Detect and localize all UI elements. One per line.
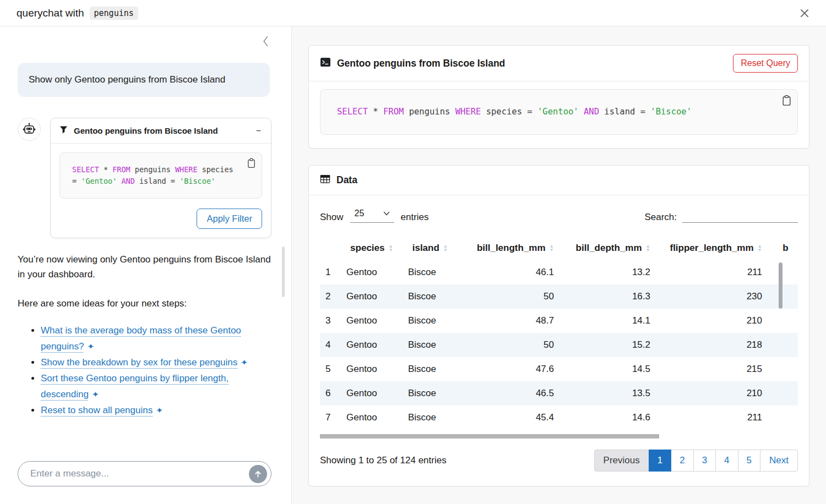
sql-query: SELECT * FROM penguins WHERE species = '… (337, 107, 692, 117)
data-card-header: Data (309, 166, 809, 195)
pagination-page-3[interactable]: 3 (693, 450, 716, 472)
query-title: Gentoo penguins from Biscoe Island (337, 58, 505, 69)
cell-flipper_length_mm: 211 (656, 406, 774, 430)
cell-bill_depth_mm: 13.2 (559, 260, 656, 284)
copy-icon[interactable] (247, 158, 256, 168)
pagination-page-1[interactable]: 1 (649, 450, 671, 472)
cell-b (774, 406, 798, 430)
sidebar-scrollbar[interactable] (282, 246, 285, 297)
table-row: 7GentooBiscoe45.414.6211 (320, 406, 798, 430)
suggestion-link[interactable]: Show the breakdown by sex for these peng… (41, 357, 237, 368)
cell-bill_depth_mm: 14.5 (559, 357, 656, 381)
filter-card: Gentoo penguins from Biscoe Island − (50, 118, 271, 238)
cell-island: Biscoe (403, 309, 458, 333)
filter-card-header: Gentoo penguins from Biscoe Island − (51, 118, 271, 144)
sql-token: * (99, 165, 112, 174)
pagination-page-4[interactable]: 4 (715, 450, 738, 472)
pagination-page-5[interactable]: 5 (738, 450, 760, 472)
chat-input-bar (18, 461, 271, 486)
close-icon[interactable] (796, 5, 813, 21)
suggestion-item: What is the average body mass of these G… (41, 323, 271, 355)
cell-bill_length_mm: 50 (458, 333, 559, 357)
cell-flipper_length_mm: 215 (656, 357, 774, 381)
cell-flipper_length_mm: 218 (656, 333, 774, 357)
title-text: querychat with (17, 7, 84, 19)
table-body: 1GentooBiscoe46.113.22112GentooBiscoe501… (320, 260, 798, 430)
column-header-bill_depth_mm[interactable]: bill_depth_mm▲▼ (559, 236, 656, 260)
reset-query-button[interactable]: Reset Query (733, 54, 798, 73)
sql-snippet: SELECT * FROM penguins WHERE species = '… (72, 165, 238, 185)
row-number-header (320, 236, 341, 260)
cell-bill_depth_mm: 14.1 (559, 309, 656, 333)
column-header-species[interactable]: species▲▼ (341, 236, 403, 260)
suggestion-link[interactable]: Sort these Gentoo penguins by flipper le… (41, 373, 229, 399)
cell-bill_length_mm: 46.1 (458, 260, 559, 284)
sql-code-block: SELECT * FROM penguins WHERE species = '… (59, 152, 262, 199)
cell-bill_length_mm: 45.4 (458, 406, 559, 430)
collapse-sidebar-icon[interactable] (261, 34, 270, 48)
pagination-page-2[interactable]: 2 (671, 450, 693, 472)
dataset-chip: penguins (90, 7, 138, 20)
filter-funnel-icon (59, 125, 68, 136)
sql-token: FROM (383, 107, 404, 117)
table-icon (320, 174, 330, 187)
filter-card-actions: Apply Filter (59, 209, 262, 229)
assistant-message: You’re now viewing only Gentoo penguins … (18, 252, 271, 282)
table-row: 3GentooBiscoe48.714.1210 (320, 309, 798, 333)
cell-flipper_length_mm: 211 (656, 260, 774, 284)
sparkle-icon: ✦ (156, 406, 163, 415)
layout: Show only Gentoo penguins from Biscoe Is… (0, 26, 826, 504)
cell-flipper_length_mm: 230 (656, 284, 774, 309)
search-input[interactable] (682, 207, 798, 223)
cell-species: Gentoo (341, 381, 403, 406)
column-label: species (350, 243, 384, 254)
sql-token: FROM (112, 165, 131, 174)
cell-flipper_length_mm: 210 (656, 309, 774, 333)
chat-sidebar: Show only Gentoo penguins from Biscoe Is… (0, 26, 292, 504)
table-row: 1GentooBiscoe46.113.2211 (320, 260, 798, 284)
table-row: 6GentooBiscoe46.513.5210 (320, 381, 798, 406)
sql-token: penguins (404, 107, 455, 117)
cell-b (774, 284, 798, 309)
page-size-select[interactable]: 25 (350, 207, 394, 223)
chat-input[interactable] (29, 468, 249, 480)
sparkle-icon: ✦ (87, 342, 94, 351)
terminal-icon (320, 57, 331, 70)
suggestion-link[interactable]: What is the average body mass of these G… (41, 325, 241, 352)
column-label: b (782, 243, 788, 254)
table-horizontal-scrollbar[interactable] (320, 434, 659, 439)
cell-island: Biscoe (403, 357, 458, 381)
bot-avatar-icon (18, 118, 41, 141)
table-row: 2GentooBiscoe5016.3230 (320, 284, 798, 309)
column-header-bill_length_mm[interactable]: bill_length_mm▲▼ (458, 236, 559, 260)
cell-species: Gentoo (341, 284, 403, 309)
sort-icon: ▲▼ (646, 244, 650, 252)
entries-summary: Showing 1 to 25 of 124 entries (320, 455, 447, 466)
table-vertical-scrollbar[interactable] (779, 262, 782, 309)
apply-filter-button[interactable]: Apply Filter (197, 209, 262, 229)
show-label: Show (320, 212, 344, 223)
query-card: Gentoo penguins from Biscoe Island Reset… (308, 45, 809, 149)
cell-island: Biscoe (403, 260, 458, 284)
cell-b (774, 309, 798, 333)
table-header-row: species▲▼island▲▼bill_length_mm▲▼bill_de… (320, 236, 798, 260)
sort-icon: ▲▼ (388, 244, 393, 252)
data-card: Data Show 25 entries Searc (308, 165, 809, 486)
pagination-previous[interactable]: Previous (594, 450, 649, 472)
send-button[interactable] (249, 465, 267, 483)
copy-icon[interactable] (781, 95, 792, 106)
search-control: Search: (644, 207, 798, 223)
sql-token: island = (599, 107, 650, 117)
cell-bill_depth_mm: 15.2 (559, 333, 656, 357)
pagination-next[interactable]: Next (760, 450, 798, 472)
column-header-island[interactable]: island▲▼ (403, 236, 458, 260)
collapse-card-icon[interactable]: − (255, 126, 262, 136)
cell-b (774, 260, 798, 284)
dashboard: Gentoo penguins from Biscoe Island Reset… (292, 26, 826, 504)
search-label: Search: (644, 212, 677, 223)
column-header-flipper_length_mm[interactable]: flipper_length_mm▲▼ (656, 236, 774, 260)
suggestion-link[interactable]: Reset to show all penguins (41, 405, 153, 415)
sort-icon: ▲▼ (550, 244, 554, 252)
data-title: Data (336, 174, 357, 186)
column-header-b: b (774, 236, 798, 260)
